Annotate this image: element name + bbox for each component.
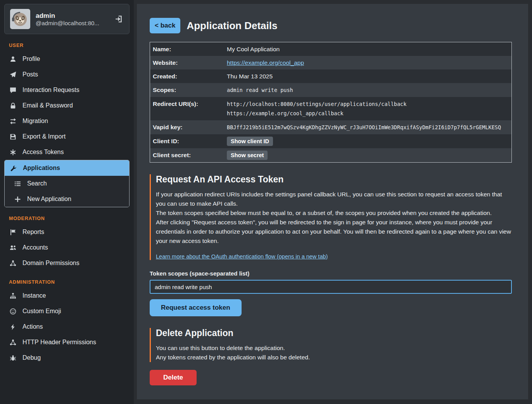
detail-row-created: Created: Thu Mar 13 2025 [150,69,511,83]
main-area: < back Application Details Name: My Cool… [134,0,532,404]
user-name: admin [36,12,109,20]
sidebar-item-reports[interactable]: Reports [4,224,130,240]
nav-label: Export & Import [22,133,66,140]
smiley-icon [9,308,17,315]
asterisk-icon [9,149,17,156]
detail-row-scopes: Scopes: admin read write push [150,83,511,97]
nav-label: Actions [22,323,43,330]
sidebar-item-email-password[interactable]: Email & Password [4,98,130,113]
token-section-title: Request An API Access Token [156,174,512,185]
delete-button[interactable]: Delete [150,370,197,385]
show-client-id-button[interactable]: Show client ID [227,137,273,146]
sidebar-item-domain-permissions[interactable]: Domain Permissions [4,255,130,271]
network-icon [9,339,17,346]
nav-label: Applications [23,165,60,172]
redirect-uri-line: https://example.org/cool_app/callback [227,109,508,118]
detail-label: Client secret: [150,148,224,162]
sidebar-section-administration: ADMINISTRATION [9,279,125,285]
detail-value: BBJffJ219b5iE512m7wQSzv4KgKDhgZZVzNyWC_r… [224,120,511,134]
detail-value: My Cool Application [224,43,511,55]
redirect-uri-line: http://localhost:8080/settings/user/appl… [227,99,508,109]
nav-label: Instance [22,292,46,299]
detail-row-client-secret: Client secret: Show secret [150,148,511,162]
sidebar-item-new-application[interactable]: New Application [5,191,129,207]
comment-icon [9,87,17,94]
nav-label: Profile [22,55,40,62]
sidebar-item-instance[interactable]: Instance [4,288,130,303]
application-details-panel: < back Application Details Name: My Cool… [137,4,528,399]
detail-row-name: Name: My Cool Application [150,42,511,56]
delete-section-paragraph: You can use this button to delete the ap… [156,343,512,353]
bug-icon [9,355,17,361]
sidebar-item-export-import[interactable]: Export & Import [4,129,130,144]
token-scopes-input[interactable] [150,280,512,294]
user-icon [9,56,17,62]
detail-row-client-id: Client ID: Show client ID [150,134,511,148]
sidebar-item-applications-search[interactable]: Search [5,176,129,191]
sidebar: admin @admin@localhost:80... USER Profil… [0,0,134,404]
back-button[interactable]: < back [150,18,180,33]
paper-plane-icon [9,71,17,78]
sidebar-item-custom-emoji[interactable]: Custom Emoji [4,303,130,319]
token-section-paragraph: After clicking "Request access token", y… [156,218,512,246]
bolt-icon [9,324,17,330]
nav-label: Search [27,180,47,187]
network-icon [9,260,17,267]
token-section-paragraph: The token scopes specified below must be… [156,208,512,218]
sidebar-item-debug[interactable]: Debug [4,350,130,366]
detail-label: Client ID: [150,134,224,148]
website-link[interactable]: https://example.org/cool_app [227,59,304,66]
nav-label: Accounts [22,244,48,251]
wrench-icon [10,165,17,172]
nav-label: Reports [22,229,44,236]
sidebar-item-applications[interactable]: Applications [5,160,129,176]
page-title: Application Details [187,20,277,32]
nav-label: Posts [22,71,38,78]
detail-label: Created: [150,69,224,83]
detail-label: Redirect URI(s): [150,97,224,120]
detail-label: Name: [150,42,224,56]
request-access-token-button[interactable]: Request access token [150,299,242,316]
page-header: < back Application Details [150,18,512,33]
detail-label: Scopes: [150,83,224,97]
nav-label: Interaction Requests [22,87,79,94]
nav-label: Migration [22,118,48,125]
nav-label: HTTP Header Permissions [22,339,96,346]
logout-icon[interactable] [114,14,124,24]
sidebar-item-actions[interactable]: Actions [4,319,130,335]
token-section-paragraph: If your application redirect URIs includ… [156,190,512,208]
detail-row-website: Website: https://example.org/cool_app [150,56,511,69]
sidebar-item-http-header-permissions[interactable]: HTTP Header Permissions [4,335,130,350]
sidebar-nav-administration: Instance Custom Emoji Actions HTTP Heade… [4,288,130,366]
nav-label: New Application [27,196,71,203]
applications-group: Applications Search New Application [4,160,130,207]
show-secret-button[interactable]: Show secret [227,151,268,160]
application-details-table: Name: My Cool Application Website: https… [150,42,512,163]
exchange-arrows-icon [9,118,17,125]
oauth-docs-link[interactable]: Learn more about the OAuth authenticatio… [156,253,328,260]
detail-value: Thu Mar 13 2025 [224,71,511,82]
users-icon [9,244,17,251]
delete-section-title: Delete Application [156,328,512,338]
flag-icon [9,229,17,236]
user-card[interactable]: admin @admin@localhost:80... [4,4,130,34]
detail-label: Vapid key: [150,120,224,134]
sidebar-item-accounts[interactable]: Accounts [4,240,130,255]
token-scopes-label: Token scopes (space-separated list) [150,270,512,277]
detail-label: Website: [150,56,224,69]
sidebar-nav-user: Profile Posts Interaction Requests Email… [4,51,130,207]
sidebar-nav-moderation: Reports Accounts Domain Permissions [4,224,130,271]
nav-label: Domain Permissions [22,260,79,267]
request-token-section: Request An API Access Token If your appl… [150,174,512,260]
floppy-disk-icon [9,134,17,140]
sitemap-icon [9,293,17,299]
nav-label: Email & Password [22,102,73,109]
sidebar-item-migration[interactable]: Migration [4,113,130,129]
detail-row-redirect-uris: Redirect URI(s): http://localhost:8080/s… [150,97,511,120]
nav-label: Debug [22,354,41,361]
sidebar-section-moderation: MODERATION [9,216,125,221]
sidebar-item-interaction-requests[interactable]: Interaction Requests [4,82,130,98]
sidebar-item-profile[interactable]: Profile [4,51,130,67]
sidebar-item-posts[interactable]: Posts [4,67,130,82]
sidebar-item-access-tokens[interactable]: Access Tokens [4,144,130,160]
